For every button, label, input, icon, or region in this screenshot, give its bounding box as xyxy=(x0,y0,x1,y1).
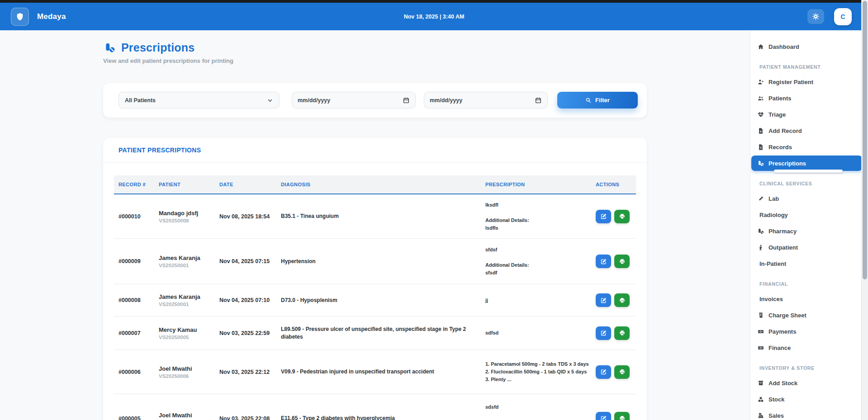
prescription-cell: lksdflAdditional Details:lsdfls xyxy=(485,201,596,232)
col-header-actions: ACTIONS xyxy=(596,182,636,187)
home-icon xyxy=(757,43,764,50)
pen-square-icon xyxy=(600,330,607,336)
patient-filter-select[interactable]: All Patients xyxy=(119,92,280,109)
print-prescription-button[interactable] xyxy=(614,210,630,223)
settings-button[interactable] xyxy=(807,9,824,24)
print-prescription-button[interactable] xyxy=(614,326,630,340)
diagnosis: V09.9 - Pedestrian injured in unspecifie… xyxy=(281,368,485,375)
col-header-diagnosis: DIAGNOSIS xyxy=(281,182,485,187)
gear-icon xyxy=(812,13,820,20)
prescriptions-card: PATIENT PRESCRIPTIONS RECORD #PATIENTDAT… xyxy=(103,138,647,420)
edit-prescription-button[interactable] xyxy=(596,210,611,223)
diagnosis: B35.1 - Tinea unguium xyxy=(281,212,485,220)
patient-name: Mercy Kamau xyxy=(159,326,219,333)
sidebar-item-lab[interactable]: Lab xyxy=(750,190,868,207)
patient-filter-value: All Patients xyxy=(125,97,156,104)
print-prescription-button[interactable] xyxy=(614,365,630,379)
prescription-line: lsdfls xyxy=(485,224,591,232)
nav-section-inventory-store: INVENTORY & STORE xyxy=(750,361,868,375)
edit-prescription-button[interactable] xyxy=(596,365,611,379)
sidebar-item-stock[interactable]: Stock xyxy=(750,391,868,407)
sidebar-item-label: Lab xyxy=(768,195,779,202)
edit-prescription-button[interactable] xyxy=(596,326,611,340)
search-icon xyxy=(585,97,591,103)
window-scrollbar-thumb[interactable] xyxy=(863,1,867,279)
pills-icon xyxy=(757,228,764,235)
record-date: Nov 04, 2025 07:10 xyxy=(219,297,281,303)
print-prescription-button[interactable] xyxy=(614,293,630,307)
prescription-line xyxy=(485,209,591,217)
sidebar-item-outpatient[interactable]: Outpatient xyxy=(750,239,868,255)
prescription-line: Additional Details: xyxy=(485,419,591,420)
sidebar-item-label: Charge Sheet xyxy=(768,312,806,319)
nav-section-clinical-services: CLINICAL SERVICES xyxy=(750,177,868,190)
print-prescription-button[interactable] xyxy=(614,255,630,268)
sidebar-item-pharmacy[interactable]: Pharmacy xyxy=(750,223,868,239)
shield-logo-icon xyxy=(15,12,24,21)
sidebar-item-invoices[interactable]: Invoices xyxy=(750,291,868,307)
sidebar-item-add-record[interactable]: Add Record xyxy=(750,123,868,139)
printer-icon xyxy=(619,258,626,265)
prescription-line: 3. Plenty ... xyxy=(485,376,591,383)
diagnosis: D73.0 - Hyposplenism xyxy=(281,297,485,304)
edit-prescription-button[interactable] xyxy=(596,293,611,307)
sidebar-item-label: In-Patient xyxy=(759,260,786,267)
sidebar-item-charge-sheet[interactable]: Charge Sheet xyxy=(750,307,868,323)
filter-button[interactable]: Filter xyxy=(557,92,638,109)
pen-square-icon xyxy=(600,415,607,420)
patient-cell: James KaranjaVS20250001 xyxy=(159,293,219,307)
main-area: Prescriptions View and edit patient pres… xyxy=(0,30,750,420)
row-actions xyxy=(596,210,636,223)
sidebar-item-in-patient[interactable]: In-Patient xyxy=(750,255,868,272)
diagnosis: E11.65 - Type 2 diabetes with hyperglyce… xyxy=(281,415,485,420)
sidebar-item-dashboard[interactable]: Dashboard xyxy=(750,38,868,55)
date-to-input[interactable]: mm/dd/yyyy xyxy=(424,92,548,109)
prescription-cell: sdfsd xyxy=(485,329,596,337)
date-from-input[interactable]: mm/dd/yyyy xyxy=(292,92,416,109)
edit-prescription-button[interactable] xyxy=(596,255,611,268)
chevron-down-icon xyxy=(267,97,273,104)
sidebar-item-radiology[interactable]: Radiology xyxy=(750,207,868,223)
sidebar-item-register-patient[interactable]: Register Patient xyxy=(750,74,868,90)
top-bar: Medaya Nov 18, 2025 | 3:40 AM C xyxy=(0,3,868,30)
patient-id: VS20250008 xyxy=(159,218,219,223)
sidebar-item-label: Records xyxy=(768,144,792,151)
window-scrollbar-track[interactable] xyxy=(861,0,868,420)
record-date: Nov 03, 2025 22:12 xyxy=(219,369,281,375)
col-header-record: RECORD # xyxy=(114,182,159,187)
sidebar-item-records[interactable]: Records xyxy=(750,139,868,155)
nav-section-financial: FINANCIAL xyxy=(750,277,868,291)
edit-prescription-button[interactable] xyxy=(596,412,611,420)
file-plus-icon xyxy=(757,127,764,134)
sidebar-horizontal-scrollbar-thumb[interactable] xyxy=(774,170,843,173)
table-row: #000006Joel MwathiVS20250006Nov 03, 2025… xyxy=(114,350,636,394)
prescription-line: jj xyxy=(485,297,591,304)
sidebar-item-add-stock[interactable]: Add Stock xyxy=(750,375,868,391)
table-row: #000007Mercy KamauVS20250005Nov 03, 2025… xyxy=(114,316,636,350)
sidebar-item-sales[interactable]: Sales xyxy=(750,407,868,420)
record-number: #000007 xyxy=(114,330,159,336)
col-header-patient: PATIENT xyxy=(159,182,219,187)
sidebar-item-payments[interactable]: Payments xyxy=(750,323,868,340)
sidebar-item-triage[interactable]: Triage xyxy=(750,106,868,123)
table-row: #000005Joel MwathiVS20250006Nov 03, 2025… xyxy=(114,394,636,420)
record-date: Nov 08, 2025 18:54 xyxy=(219,213,281,220)
money-icon xyxy=(757,344,764,351)
pen-square-icon xyxy=(600,368,607,375)
date-from-placeholder: mm/dd/yyyy xyxy=(298,97,330,104)
users-icon xyxy=(757,95,764,102)
sidebar-item-prescriptions[interactable]: Prescriptions xyxy=(750,155,868,171)
sidebar-item-finance[interactable]: Finance xyxy=(750,340,868,356)
prescription-line: lksdfl xyxy=(485,201,591,209)
pills-icon xyxy=(757,160,764,167)
table-row: #000008James KaranjaVS20250001Nov 04, 20… xyxy=(114,284,636,316)
user-avatar[interactable]: C xyxy=(834,8,852,25)
print-prescription-button[interactable] xyxy=(614,412,630,420)
sidebar-item-patients[interactable]: Patients xyxy=(750,90,868,106)
vial-icon xyxy=(757,195,764,202)
prescription-line: sfdsf xyxy=(485,246,591,254)
prescription-line: 1. Paracetamol 500mg - 2 tabs TDS x 3 da… xyxy=(485,360,591,368)
sidebar-item-label: Payments xyxy=(768,328,796,335)
record-date: Nov 03, 2025 22:08 xyxy=(219,415,281,420)
patient-cell: Mandago jdsfjVS20250008 xyxy=(159,210,219,223)
